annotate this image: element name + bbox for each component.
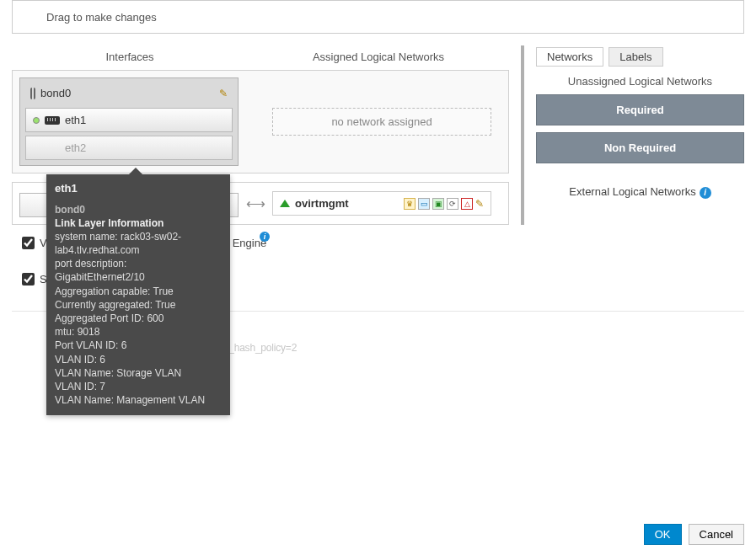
tooltip-agg-port-id: Aggregated Port ID: 600 bbox=[55, 312, 222, 325]
link-arrow-icon: ⟷ bbox=[239, 195, 272, 211]
tooltip-port-desc-value: GigabitEthernet2/10 bbox=[55, 270, 222, 284]
cancel-button[interactable]: Cancel bbox=[689, 524, 744, 545]
drag-notice: Drag to make changes bbox=[12, 0, 744, 34]
display-net-icon: ▣ bbox=[432, 198, 444, 210]
info-icon[interactable]: i bbox=[260, 232, 270, 242]
tooltip-system-name: system name: rack03-sw02-lab4.tlv.redhat… bbox=[55, 230, 222, 257]
dialog-footer: OK Cancel bbox=[644, 524, 744, 545]
main-area: Interfaces Assigned Logical Networks bon… bbox=[12, 45, 744, 225]
network-ovirtmgmt[interactable]: ovirtmgmt ♛ ▭ ▣ ⟳ △ ✎ bbox=[272, 191, 491, 216]
tab-labels[interactable]: Labels bbox=[609, 47, 662, 67]
arrow-up-icon bbox=[280, 200, 290, 207]
tooltip-vlan7-id: VLAN ID: 7 bbox=[55, 380, 222, 393]
bond0-group[interactable]: bond0 ✎ eth1 eth2 bbox=[19, 77, 239, 166]
left-column: Interfaces Assigned Logical Networks bon… bbox=[12, 45, 509, 225]
tooltip-parent-name: bond0 bbox=[55, 203, 222, 216]
network-badges: ♛ ▭ ▣ ⟳ △ ✎ bbox=[404, 198, 484, 210]
nic-icon bbox=[45, 116, 60, 125]
verify-connectivity-checkbox[interactable] bbox=[22, 237, 35, 249]
tooltip-vlan7-name: VLAN Name: Management VLAN bbox=[55, 393, 222, 407]
external-networks-header: External Logical Networksi bbox=[536, 185, 744, 199]
out-of-sync-icon: △ bbox=[461, 198, 473, 210]
network-ovirtmgmt-label: ovirtmgmt bbox=[295, 197, 349, 210]
tooltip-interface-name: eth1 bbox=[55, 181, 222, 196]
interface-eth1-label: eth1 bbox=[65, 114, 86, 126]
assigned-header: Assigned Logical Networks bbox=[248, 45, 509, 70]
save-config-checkbox[interactable] bbox=[22, 273, 35, 286]
drag-notice-text: Drag to make changes bbox=[46, 11, 157, 24]
non-required-group[interactable]: Non Required bbox=[536, 132, 744, 163]
tooltip-section-header: Link Layer Information bbox=[55, 216, 222, 230]
tooltip-currently-agg: Currently aggregated: True bbox=[55, 298, 222, 312]
bond0-box: bond0 ✎ eth1 eth2 bbox=[12, 70, 509, 173]
info-icon[interactable]: i bbox=[700, 187, 711, 199]
ok-button[interactable]: OK bbox=[644, 524, 682, 545]
no-network-assigned[interactable]: no network assigned bbox=[272, 108, 491, 136]
bond0-name: bond0 bbox=[40, 87, 71, 99]
unassigned-networks-header: Unassigned Logical Networks bbox=[536, 75, 744, 88]
interface-eth2[interactable]: eth2 bbox=[25, 136, 233, 160]
sync-icon: ⟳ bbox=[447, 198, 458, 210]
tooltip-port-vlan-id: Port VLAN ID: 6 bbox=[55, 339, 222, 352]
tooltip-vlan6-name: VLAN Name: Storage VLAN bbox=[55, 366, 222, 380]
edit-bond0-icon[interactable]: ✎ bbox=[219, 88, 228, 99]
tabs: Networks Labels bbox=[536, 47, 744, 67]
management-net-icon: ♛ bbox=[404, 198, 416, 210]
lldp-tooltip: eth1 bond0 Link Layer Information system… bbox=[46, 174, 230, 415]
vm-net-icon: ▭ bbox=[418, 198, 430, 210]
status-up-icon bbox=[33, 117, 40, 124]
interface-eth2-label: eth2 bbox=[65, 141, 86, 154]
bond0-header: bond0 ✎ bbox=[25, 83, 233, 104]
tab-networks[interactable]: Networks bbox=[536, 47, 603, 67]
interfaces-header: Interfaces bbox=[12, 45, 248, 70]
required-group[interactable]: Required bbox=[536, 94, 744, 125]
bond-handle-icon bbox=[30, 88, 35, 99]
tooltip-agg-capable: Aggregation capable: True bbox=[55, 285, 222, 298]
tooltip-vlan6-id: VLAN ID: 6 bbox=[55, 353, 222, 366]
interface-eth1[interactable]: eth1 bbox=[25, 108, 233, 132]
tooltip-port-desc-label: port description: bbox=[55, 257, 222, 270]
edit-network-icon[interactable]: ✎ bbox=[475, 198, 484, 210]
tooltip-mtu: mtu: 9018 bbox=[55, 325, 222, 339]
right-column: Networks Labels Unassigned Logical Netwo… bbox=[521, 45, 744, 225]
